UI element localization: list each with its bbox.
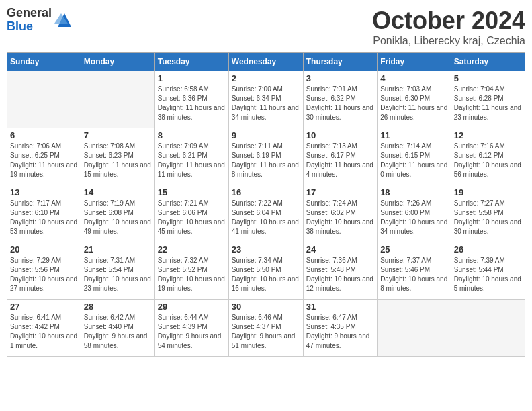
day-info: Sunrise: 6:41 AM Sunset: 4:42 PM Dayligh…: [10, 313, 78, 351]
day-cell: 15Sunrise: 7:21 AM Sunset: 6:06 PM Dayli…: [154, 185, 228, 242]
logo: General Blue: [7, 7, 75, 34]
day-number: 23: [232, 244, 300, 255]
day-cell: 23Sunrise: 7:34 AM Sunset: 5:50 PM Dayli…: [228, 242, 303, 300]
day-info: Sunrise: 7:08 AM Sunset: 6:23 PM Dayligh…: [84, 142, 152, 179]
day-cell: 13Sunrise: 7:17 AM Sunset: 6:10 PM Dayli…: [7, 185, 81, 242]
day-info: Sunrise: 7:24 AM Sunset: 6:02 PM Dayligh…: [306, 199, 374, 236]
day-info: Sunrise: 6:47 AM Sunset: 4:35 PM Dayligh…: [306, 313, 374, 351]
day-number: 12: [454, 130, 522, 140]
page-header: General Blue October 2024 Ponikla, Liber…: [7, 7, 525, 47]
day-cell: 31Sunrise: 6:47 AM Sunset: 4:35 PM Dayli…: [303, 300, 377, 357]
day-number: 7: [84, 130, 152, 140]
week-row-5: 27Sunrise: 6:41 AM Sunset: 4:42 PM Dayli…: [7, 300, 525, 357]
calendar-table: SundayMondayTuesdayWednesdayThursdayFrid…: [7, 52, 525, 357]
day-cell: [7, 71, 81, 128]
title-block: October 2024 Ponikla, Liberecky kraj, Cz…: [372, 7, 525, 47]
header-cell-wednesday: Wednesday: [228, 53, 303, 71]
week-row-1: 1Sunrise: 6:58 AM Sunset: 6:36 PM Daylig…: [7, 71, 525, 128]
day-cell: 28Sunrise: 6:42 AM Sunset: 4:40 PM Dayli…: [81, 300, 154, 357]
header-row: SundayMondayTuesdayWednesdayThursdayFrid…: [7, 53, 525, 71]
day-cell: 4Sunrise: 7:03 AM Sunset: 6:30 PM Daylig…: [378, 71, 451, 128]
day-info: Sunrise: 7:27 AM Sunset: 5:58 PM Dayligh…: [454, 199, 522, 236]
day-info: Sunrise: 7:29 AM Sunset: 5:56 PM Dayligh…: [10, 256, 78, 293]
day-info: Sunrise: 7:37 AM Sunset: 5:46 PM Dayligh…: [380, 256, 448, 293]
day-number: 27: [10, 302, 78, 312]
logo-icon: [54, 10, 75, 30]
day-info: Sunrise: 7:17 AM Sunset: 6:10 PM Dayligh…: [10, 199, 78, 236]
day-cell: 12Sunrise: 7:16 AM Sunset: 6:12 PM Dayli…: [451, 128, 525, 185]
day-number: 9: [232, 130, 300, 140]
day-number: 3: [306, 73, 374, 83]
day-cell: 16Sunrise: 7:22 AM Sunset: 6:04 PM Dayli…: [228, 185, 303, 242]
day-info: Sunrise: 7:04 AM Sunset: 6:28 PM Dayligh…: [454, 85, 522, 122]
day-cell: 8Sunrise: 7:09 AM Sunset: 6:21 PM Daylig…: [154, 128, 228, 185]
day-number: 28: [84, 302, 152, 312]
week-row-2: 6Sunrise: 7:06 AM Sunset: 6:25 PM Daylig…: [7, 128, 525, 185]
day-number: 1: [158, 73, 226, 83]
day-cell: 24Sunrise: 7:36 AM Sunset: 5:48 PM Dayli…: [303, 242, 377, 300]
header-cell-tuesday: Tuesday: [154, 53, 228, 71]
logo-blue: Blue: [7, 20, 52, 34]
day-number: 25: [380, 244, 448, 255]
month-title: October 2024: [372, 7, 525, 35]
day-cell: 26Sunrise: 7:39 AM Sunset: 5:44 PM Dayli…: [451, 242, 525, 300]
week-row-4: 20Sunrise: 7:29 AM Sunset: 5:56 PM Dayli…: [7, 242, 525, 300]
day-cell: 29Sunrise: 6:44 AM Sunset: 4:39 PM Dayli…: [154, 300, 228, 357]
day-cell: 27Sunrise: 6:41 AM Sunset: 4:42 PM Dayli…: [7, 300, 81, 357]
day-cell: 10Sunrise: 7:13 AM Sunset: 6:17 PM Dayli…: [303, 128, 377, 185]
day-number: 22: [158, 244, 226, 255]
day-cell: 20Sunrise: 7:29 AM Sunset: 5:56 PM Dayli…: [7, 242, 81, 300]
day-info: Sunrise: 7:01 AM Sunset: 6:32 PM Dayligh…: [306, 85, 374, 122]
day-cell: 3Sunrise: 7:01 AM Sunset: 6:32 PM Daylig…: [303, 71, 377, 128]
day-cell: 9Sunrise: 7:11 AM Sunset: 6:19 PM Daylig…: [228, 128, 303, 185]
day-cell: [451, 300, 525, 357]
day-info: Sunrise: 7:22 AM Sunset: 6:04 PM Dayligh…: [232, 199, 300, 236]
day-info: Sunrise: 7:31 AM Sunset: 5:54 PM Dayligh…: [84, 256, 152, 293]
day-info: Sunrise: 7:21 AM Sunset: 6:06 PM Dayligh…: [158, 199, 226, 236]
day-number: 13: [10, 187, 78, 197]
day-number: 20: [10, 244, 78, 255]
day-info: Sunrise: 6:46 AM Sunset: 4:37 PM Dayligh…: [232, 313, 300, 351]
day-cell: 25Sunrise: 7:37 AM Sunset: 5:46 PM Dayli…: [378, 242, 451, 300]
day-number: 14: [84, 187, 152, 197]
day-number: 8: [158, 130, 226, 140]
day-info: Sunrise: 7:06 AM Sunset: 6:25 PM Dayligh…: [10, 142, 78, 179]
day-cell: 14Sunrise: 7:19 AM Sunset: 6:08 PM Dayli…: [81, 185, 154, 242]
day-number: 26: [454, 244, 522, 255]
day-info: Sunrise: 7:19 AM Sunset: 6:08 PM Dayligh…: [84, 199, 152, 236]
day-cell: 18Sunrise: 7:26 AM Sunset: 6:00 PM Dayli…: [378, 185, 451, 242]
day-info: Sunrise: 7:13 AM Sunset: 6:17 PM Dayligh…: [306, 142, 374, 179]
day-number: 5: [454, 73, 522, 83]
day-info: Sunrise: 7:14 AM Sunset: 6:15 PM Dayligh…: [380, 142, 448, 179]
day-cell: 17Sunrise: 7:24 AM Sunset: 6:02 PM Dayli…: [303, 185, 377, 242]
day-info: Sunrise: 7:32 AM Sunset: 5:52 PM Dayligh…: [158, 256, 226, 293]
day-info: Sunrise: 7:16 AM Sunset: 6:12 PM Dayligh…: [454, 142, 522, 179]
week-row-3: 13Sunrise: 7:17 AM Sunset: 6:10 PM Dayli…: [7, 185, 525, 242]
header-cell-friday: Friday: [378, 53, 451, 71]
day-info: Sunrise: 7:09 AM Sunset: 6:21 PM Dayligh…: [158, 142, 226, 179]
day-number: 18: [380, 187, 448, 197]
location: Ponikla, Liberecky kraj, Czechia: [372, 35, 525, 47]
day-info: Sunrise: 7:39 AM Sunset: 5:44 PM Dayligh…: [454, 256, 522, 293]
day-number: 30: [232, 302, 300, 312]
day-info: Sunrise: 7:11 AM Sunset: 6:19 PM Dayligh…: [232, 142, 300, 179]
day-info: Sunrise: 7:00 AM Sunset: 6:34 PM Dayligh…: [232, 85, 300, 122]
day-cell: 7Sunrise: 7:08 AM Sunset: 6:23 PM Daylig…: [81, 128, 154, 185]
day-info: Sunrise: 6:42 AM Sunset: 4:40 PM Dayligh…: [84, 313, 152, 351]
day-number: 10: [306, 130, 374, 140]
day-number: 11: [380, 130, 448, 140]
day-number: 6: [10, 130, 78, 140]
day-cell: 1Sunrise: 6:58 AM Sunset: 6:36 PM Daylig…: [154, 71, 228, 128]
header-cell-sunday: Sunday: [7, 53, 81, 71]
header-cell-monday: Monday: [81, 53, 154, 71]
header-cell-thursday: Thursday: [303, 53, 377, 71]
logo-text: General Blue: [7, 7, 52, 34]
day-cell: 30Sunrise: 6:46 AM Sunset: 4:37 PM Dayli…: [228, 300, 303, 357]
day-number: 2: [232, 73, 300, 83]
day-cell: 21Sunrise: 7:31 AM Sunset: 5:54 PM Dayli…: [81, 242, 154, 300]
day-number: 15: [158, 187, 226, 197]
day-number: 4: [380, 73, 448, 83]
day-cell: [81, 71, 154, 128]
day-number: 21: [84, 244, 152, 255]
day-cell: 6Sunrise: 7:06 AM Sunset: 6:25 PM Daylig…: [7, 128, 81, 185]
